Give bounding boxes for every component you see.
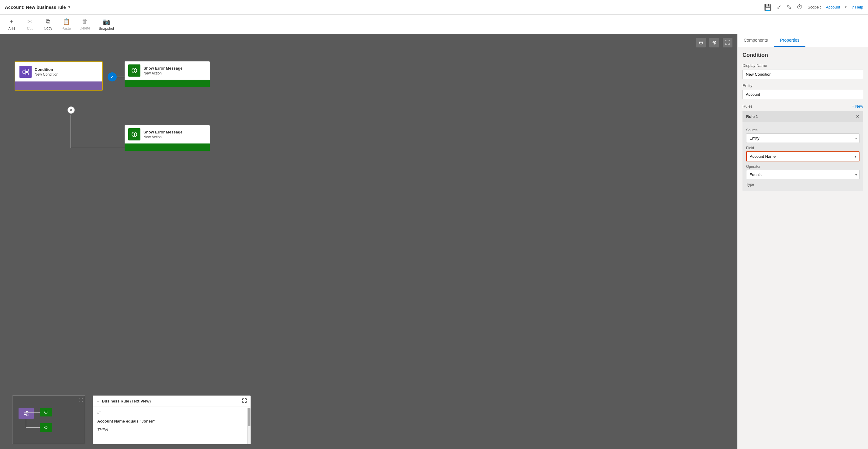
operator-select[interactable]: Equals <box>746 170 860 179</box>
text-view-if: IF <box>97 410 246 417</box>
copy-button[interactable]: ⧉ Copy <box>39 16 57 32</box>
canvas-toolbar: ⊖ ⊕ ⛶ <box>696 38 733 48</box>
text-view-then: THEN <box>97 426 246 433</box>
entity-label: Entity <box>742 83 863 88</box>
clock-icon[interactable]: ⏱ <box>797 4 803 11</box>
panel-section-title: Condition <box>742 52 863 58</box>
svg-line-3 <box>25 70 26 72</box>
fit-button[interactable]: ⛶ <box>723 38 733 48</box>
text-view-list-icon: ≡ <box>97 398 99 404</box>
action-node-2-name: New Action <box>144 135 183 139</box>
rules-header: Rules + New <box>742 104 863 109</box>
check-icon[interactable]: ✓ <box>777 4 782 11</box>
action-node-1-header: Show Error Message New Action <box>125 61 210 80</box>
tab-properties[interactable]: Properties <box>774 34 805 47</box>
fit-icon: ⛶ <box>725 39 730 46</box>
scope-chevron[interactable]: ▾ <box>845 5 847 9</box>
text-view-condition-text: Account Name equals "Jones" <box>97 419 155 423</box>
text-view-title: Business Rule (Text View) <box>102 399 151 403</box>
title-bar: Account: New business rule ▾ 💾 ✓ ✎ ⏱ Sco… <box>0 0 868 14</box>
condition-check-button[interactable]: ✓ <box>107 72 117 82</box>
text-view-header-left: ≡ Business Rule (Text View) <box>97 398 151 404</box>
operator-label: Operator <box>746 164 860 169</box>
title-chevron[interactable]: ▾ <box>68 5 70 9</box>
snapshot-label: Snapshot <box>99 26 114 31</box>
text-view-expand-icon[interactable]: ⛶ <box>242 398 247 404</box>
mini-connector-h-top <box>26 412 40 413</box>
action-icon-2 <box>128 128 141 141</box>
zoom-in-button[interactable]: ⊕ <box>709 38 719 48</box>
add-button[interactable]: ＋ Add <box>2 16 21 33</box>
mini-action-node-2 <box>40 423 52 432</box>
paste-button[interactable]: 📋 Paste <box>57 16 75 32</box>
connector-horizontal-top <box>117 77 125 77</box>
display-name-input[interactable] <box>742 70 863 79</box>
mini-map: ⛶ <box>12 395 85 444</box>
mini-action-node-1 <box>40 408 52 417</box>
snapshot-button[interactable]: 📷 Snapshot <box>95 16 119 32</box>
add-label: Add <box>8 27 14 31</box>
rule-box-1: Rule 1 ✕ Source Entity ▾ Field <box>742 111 863 191</box>
source-select[interactable]: Entity <box>746 133 860 143</box>
cut-label: Cut <box>27 26 33 31</box>
zoom-out-button[interactable]: ⊖ <box>696 38 706 48</box>
copy-label: Copy <box>44 26 52 30</box>
save-icon[interactable]: 💾 <box>764 4 772 11</box>
operator-select-wrapper: Equals ▾ <box>746 170 860 179</box>
condition-node[interactable]: Condition New Condition <box>14 61 103 91</box>
rule-1-close-button[interactable]: ✕ <box>856 114 860 119</box>
right-panel: Components Properties Condition Display … <box>737 34 868 449</box>
help-label[interactable]: ? Help <box>851 5 863 9</box>
field-label: Field <box>746 146 860 150</box>
action-node-1-text: Show Error Message New Action <box>144 66 183 76</box>
tab-components[interactable]: Components <box>738 34 774 47</box>
action-icon-1 <box>128 64 141 77</box>
rule-1-header: Rule 1 ✕ <box>742 111 863 122</box>
mini-map-expand-icon[interactable]: ⛶ <box>79 398 83 402</box>
mini-connector-h-bot <box>26 427 40 428</box>
title-bar-left: Account: New business rule ▾ <box>5 5 70 10</box>
action-node-2-type: Show Error Message <box>144 129 183 135</box>
entity-input[interactable] <box>742 90 863 99</box>
svg-rect-1 <box>26 69 28 71</box>
field-select[interactable]: Account Name <box>747 152 859 161</box>
delete-icon: 🗑 <box>82 18 88 25</box>
delete-button[interactable]: 🗑 Delete <box>75 16 95 32</box>
svg-rect-13 <box>26 414 28 416</box>
svg-point-9 <box>134 133 135 134</box>
condition-node-name: New Condition <box>35 72 58 77</box>
text-view-body: IF Account Name equals "Jones" THEN <box>93 407 250 442</box>
zoom-in-icon: ⊕ <box>712 39 717 46</box>
text-view-scrollbar-track[interactable] <box>247 408 250 444</box>
cut-button[interactable]: ✂ Cut <box>21 16 39 32</box>
add-icon: ＋ <box>8 17 14 26</box>
action-node-2-header: Show Error Message New Action <box>125 125 210 144</box>
action-node-2[interactable]: Show Error Message New Action <box>125 125 210 151</box>
connector-vertical <box>70 115 71 148</box>
svg-rect-0 <box>23 71 25 73</box>
paste-label: Paste <box>62 26 71 31</box>
source-select-wrapper: Entity ▾ <box>746 133 860 143</box>
zoom-out-icon: ⊖ <box>699 39 703 46</box>
title-bar-right: 💾 ✓ ✎ ⏱ Scope : Account ▾ ? Help <box>764 4 863 11</box>
action-node-1-type: Show Error Message <box>144 66 183 71</box>
delete-label: Delete <box>80 26 90 30</box>
text-view-scrollbar-thumb[interactable] <box>248 408 250 426</box>
title-text: Account: New business rule <box>5 5 66 10</box>
action-node-1[interactable]: Show Error Message New Action <box>125 61 210 87</box>
field-select-highlighted-wrapper: Account Name ▾ <box>746 151 860 161</box>
text-view-condition: Account Name equals "Jones" <box>97 418 246 425</box>
scope-value[interactable]: Account <box>826 5 840 9</box>
svg-line-4 <box>25 72 26 74</box>
new-rule-button[interactable]: + New <box>852 104 863 109</box>
field-select-wrapper: Account Name ▾ <box>747 152 859 161</box>
condition-node-footer <box>15 82 102 90</box>
edit-icon[interactable]: ✎ <box>786 4 792 11</box>
svg-point-6 <box>134 69 135 70</box>
action-node-1-footer <box>125 80 210 87</box>
text-view-panel: ≡ Business Rule (Text View) ⛶ IF Account… <box>93 395 251 444</box>
panel-content: Condition Display Name Entity Rules + Ne… <box>738 47 868 196</box>
condition-x-button[interactable]: ✕ <box>67 107 75 114</box>
canvas-area[interactable]: ⊖ ⊕ ⛶ <box>0 34 737 449</box>
condition-node-text: Condition New Condition <box>35 67 58 77</box>
